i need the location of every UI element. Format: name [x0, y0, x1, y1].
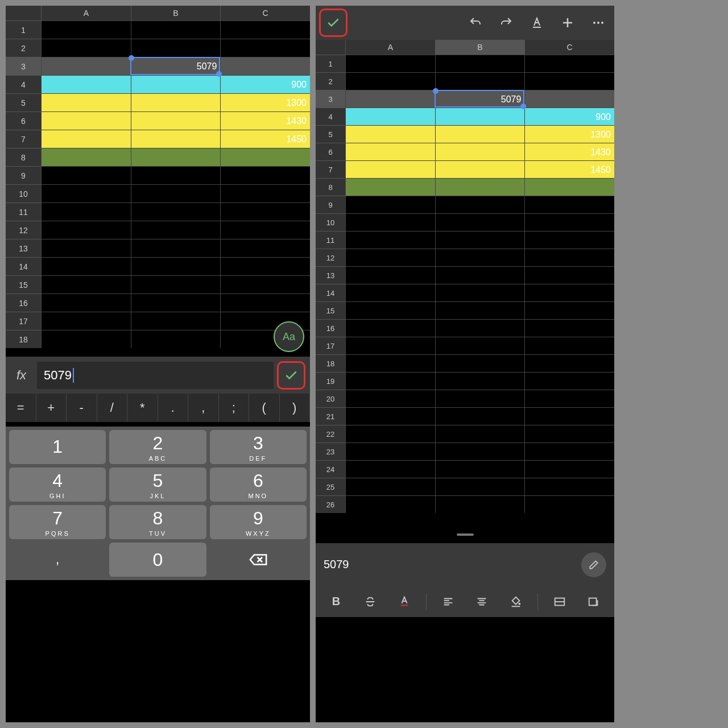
cell[interactable] [524, 249, 614, 266]
cell[interactable] [435, 55, 525, 72]
row-header[interactable]: 8 [6, 148, 41, 166]
cell[interactable] [435, 354, 525, 372]
cell[interactable] [41, 293, 131, 312]
cell[interactable] [524, 213, 614, 231]
row-header[interactable]: 12 [6, 221, 41, 239]
cell[interactable] [435, 249, 525, 266]
cell[interactable] [345, 160, 435, 178]
row-header[interactable]: 4 [316, 107, 345, 125]
cell[interactable] [524, 301, 614, 319]
row-header[interactable]: 15 [6, 275, 41, 293]
key-8[interactable]: 8TUV [109, 505, 206, 539]
col-header-c[interactable]: C [524, 40, 614, 55]
cell[interactable] [435, 178, 525, 196]
row-header[interactable]: 20 [316, 390, 345, 407]
cell[interactable] [220, 166, 310, 184]
col-header-a[interactable]: A [345, 40, 435, 55]
cell[interactable] [41, 184, 131, 202]
op-star[interactable]: * [127, 394, 158, 422]
cell[interactable] [41, 93, 131, 111]
cell[interactable] [131, 275, 221, 293]
key-7[interactable]: 7PQRS [9, 505, 106, 539]
cell[interactable] [345, 407, 435, 425]
cell[interactable] [345, 107, 435, 125]
cell[interactable] [435, 107, 525, 125]
cell[interactable] [41, 330, 131, 348]
redo-button[interactable] [494, 10, 519, 35]
cell[interactable] [131, 130, 221, 148]
row-header[interactable]: 25 [316, 478, 345, 495]
cell[interactable] [435, 196, 525, 213]
op-rparen[interactable]: ) [280, 394, 311, 422]
row-header[interactable]: 1 [316, 55, 345, 72]
cell[interactable] [41, 312, 131, 330]
cell[interactable] [131, 257, 221, 275]
key-2[interactable]: 2ABC [109, 430, 206, 464]
row-header[interactable]: 17 [6, 312, 41, 330]
formula-value[interactable]: 5079 [324, 558, 581, 571]
row-header[interactable]: 9 [6, 166, 41, 184]
cell[interactable] [345, 478, 435, 495]
text-color-button[interactable] [524, 10, 549, 35]
cell[interactable] [41, 202, 131, 221]
strikethrough-button[interactable] [358, 589, 383, 614]
cell[interactable] [435, 125, 525, 143]
cell[interactable] [435, 495, 525, 513]
row-header[interactable]: 23 [316, 442, 345, 460]
cell[interactable] [220, 39, 310, 57]
row-header[interactable]: 16 [6, 293, 41, 312]
cell[interactable] [435, 337, 525, 354]
cell[interactable] [524, 55, 614, 72]
cell[interactable] [435, 301, 525, 319]
row-header[interactable]: 19 [316, 372, 345, 390]
undo-button[interactable] [463, 10, 488, 35]
col-header-a[interactable]: A [41, 6, 131, 20]
align-center-button[interactable] [469, 589, 494, 614]
cell[interactable] [345, 337, 435, 354]
cell[interactable] [435, 425, 525, 442]
cell[interactable] [345, 90, 435, 107]
cell[interactable] [131, 221, 221, 239]
op-plus[interactable]: + [36, 394, 67, 422]
row-header[interactable]: 5 [6, 93, 41, 111]
cell[interactable] [345, 72, 435, 90]
cell[interactable] [220, 275, 310, 293]
op-equals[interactable]: = [6, 394, 36, 422]
cell[interactable] [435, 231, 525, 249]
formula-input[interactable]: 5079 [37, 362, 274, 389]
cell[interactable] [524, 372, 614, 390]
cell[interactable] [131, 39, 221, 57]
cell[interactable] [345, 319, 435, 337]
cell-c5[interactable]: 1300 [220, 93, 310, 111]
cell[interactable] [524, 319, 614, 337]
row-header[interactable]: 18 [316, 354, 345, 372]
cell[interactable] [435, 478, 525, 495]
cell[interactable] [131, 111, 221, 130]
cell[interactable] [41, 75, 131, 93]
cell[interactable] [220, 202, 310, 221]
row-header[interactable]: 15 [316, 301, 345, 319]
row-header[interactable]: 6 [6, 111, 41, 130]
text-mode-button[interactable]: Aa [274, 321, 304, 352]
cell[interactable] [345, 178, 435, 196]
row-header[interactable]: 1 [6, 20, 41, 39]
cell-c7[interactable]: 1450 [220, 130, 310, 148]
cell[interactable] [345, 143, 435, 160]
row-header[interactable]: 8 [316, 178, 345, 196]
cell[interactable] [345, 284, 435, 301]
cell[interactable] [524, 442, 614, 460]
cell[interactable] [41, 111, 131, 130]
key-3[interactable]: 3DEF [210, 430, 307, 464]
key-0[interactable]: 0 [109, 543, 206, 577]
cell[interactable] [435, 442, 525, 460]
align-left-button[interactable] [436, 589, 461, 614]
op-semicolon[interactable]: ; [219, 394, 250, 422]
bold-button[interactable]: B [324, 589, 349, 614]
cell[interactable]: 900 [524, 107, 614, 125]
row-header[interactable]: 6 [316, 143, 345, 160]
cell[interactable] [524, 284, 614, 301]
key-4[interactable]: 4GHI [9, 468, 106, 502]
key-comma[interactable]: , [9, 543, 106, 577]
cell[interactable] [345, 266, 435, 284]
cell[interactable] [131, 75, 221, 93]
